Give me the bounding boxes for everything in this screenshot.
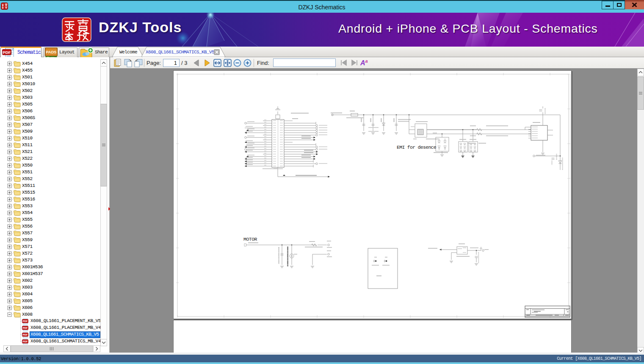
svg-text:MOTOR: MOTOR xyxy=(243,236,257,242)
svg-text:PDF: PDF xyxy=(3,50,11,55)
svg-text:EMI for desence: EMI for desence xyxy=(397,144,437,150)
svg-text:PDF: PDF xyxy=(23,340,28,343)
svg-text:PDF: PDF xyxy=(23,320,28,322)
svg-text:PADS: PADS xyxy=(46,50,56,54)
svg-text:PDF: PDF xyxy=(23,327,28,329)
svg-text:PDF: PDF xyxy=(23,333,28,336)
